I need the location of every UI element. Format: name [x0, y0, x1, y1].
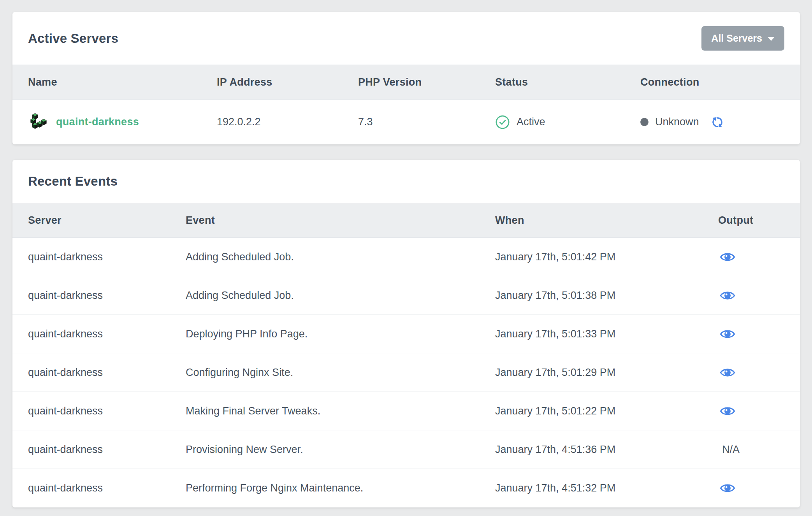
event-output-cell [718, 406, 784, 416]
server-ip-address: 192.0.2.2 [217, 116, 358, 128]
column-header-ip-address: IP Address [217, 76, 358, 88]
event-name: Deploying PHP Info Page. [186, 328, 495, 340]
page-background: { "colors": { "accent_green": "#4eb488",… [0, 0, 812, 516]
column-header-status: Status [495, 76, 640, 88]
event-server: quaint-darkness [28, 444, 186, 456]
event-output-cell [718, 367, 784, 378]
all-servers-button[interactable]: All Servers [701, 26, 784, 51]
column-header-name: Name [28, 76, 217, 88]
caret-down-icon [768, 37, 775, 41]
event-output-na: N/A [720, 444, 740, 455]
column-header-server: Server [28, 214, 186, 226]
event-server: quaint-darkness [28, 290, 186, 302]
eye-icon [720, 252, 735, 262]
event-output-cell [718, 329, 784, 339]
event-output-cell [718, 290, 784, 301]
refresh-connection-button[interactable] [710, 115, 724, 129]
view-output-button[interactable] [720, 290, 735, 301]
event-table-row: quaint-darkness Adding Scheduled Job. Ja… [12, 238, 800, 276]
recent-events-title: Recent Events [28, 174, 118, 189]
event-when: January 17th, 5:01:22 PM [495, 405, 718, 417]
column-header-php-version: PHP Version [358, 76, 495, 88]
event-table-row: quaint-darkness Adding Scheduled Job. Ja… [12, 276, 800, 315]
server-cubes-icon [28, 112, 47, 132]
event-server: quaint-darkness [28, 482, 186, 494]
column-header-event: Event [186, 214, 495, 226]
event-when: January 17th, 5:01:33 PM [495, 328, 718, 340]
event-name: Making Final Server Tweaks. [186, 405, 495, 417]
event-table-row: quaint-darkness Deploying PHP Info Page.… [12, 315, 800, 353]
event-name: Configuring Nginx Site. [186, 367, 495, 379]
view-output-button[interactable] [720, 367, 735, 378]
eye-icon [720, 290, 735, 301]
active-servers-title: Active Servers [28, 31, 118, 46]
column-header-output: Output [718, 214, 784, 226]
eye-icon [720, 329, 735, 339]
connection-dot-icon [640, 118, 649, 126]
active-servers-card: Active Servers All Servers Name IP Addre… [12, 12, 800, 144]
event-table-row: quaint-darkness Configuring Nginx Site. … [12, 353, 800, 392]
server-name-cell: quaint-darkness [28, 112, 217, 132]
event-server: quaint-darkness [28, 405, 186, 417]
recent-events-header: Recent Events [12, 160, 800, 203]
event-output-cell [718, 483, 784, 493]
event-server: quaint-darkness [28, 251, 186, 263]
server-php-version: 7.3 [358, 116, 495, 128]
server-connection-status: Unknown [640, 115, 784, 129]
event-table-row: quaint-darkness Performing Forge Nginx M… [12, 469, 800, 507]
event-output-cell: N/A [718, 444, 784, 456]
active-servers-table-header: Name IP Address PHP Version Status Conne… [12, 65, 800, 100]
view-output-button[interactable] [720, 406, 735, 416]
event-name: Adding Scheduled Job. [186, 251, 495, 263]
event-when: January 17th, 4:51:32 PM [495, 482, 718, 494]
all-servers-button-label: All Servers [711, 33, 762, 44]
view-output-button[interactable] [720, 329, 735, 339]
server-name-link[interactable]: quaint-darkness [56, 116, 139, 128]
event-when: January 17th, 5:01:42 PM [495, 251, 718, 263]
column-header-connection: Connection [640, 76, 784, 88]
event-server: quaint-darkness [28, 367, 186, 379]
column-header-when: When [495, 214, 718, 226]
eye-icon [720, 406, 735, 416]
event-name: Performing Forge Nginx Maintenance. [186, 482, 495, 494]
server-connection-label: Unknown [655, 116, 699, 128]
event-name: Provisioning New Server. [186, 444, 495, 456]
event-name: Adding Scheduled Job. [186, 290, 495, 302]
event-output-cell [718, 252, 784, 262]
event-table-row: quaint-darkness Provisioning New Server.… [12, 430, 800, 469]
eye-icon [720, 367, 735, 378]
refresh-icon [710, 115, 724, 129]
event-server: quaint-darkness [28, 328, 186, 340]
event-when: January 17th, 5:01:29 PM [495, 367, 718, 379]
check-circle-icon [495, 115, 510, 130]
eye-icon [720, 483, 735, 493]
active-servers-header: Active Servers All Servers [12, 12, 800, 65]
event-when: January 17th, 5:01:38 PM [495, 290, 718, 302]
event-table-row: quaint-darkness Making Final Server Twea… [12, 392, 800, 430]
recent-events-table-header: Server Event When Output [12, 203, 800, 238]
server-status-badge: Active [495, 115, 640, 130]
view-output-button[interactable] [720, 252, 735, 262]
event-when: January 17th, 4:51:36 PM [495, 444, 718, 456]
recent-events-card: Recent Events Server Event When Output q… [12, 160, 800, 507]
view-output-button[interactable] [720, 483, 735, 493]
server-status-label: Active [517, 116, 545, 128]
server-table-row: quaint-darkness 192.0.2.2 7.3 Active Unk… [12, 100, 800, 144]
